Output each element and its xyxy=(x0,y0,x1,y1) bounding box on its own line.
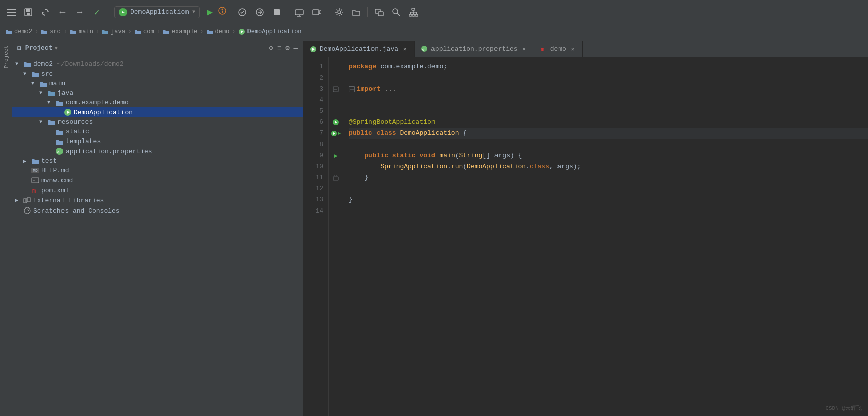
tree-item-application-properties[interactable]: ⚙ application.properties xyxy=(12,146,303,156)
gutter-11 xyxy=(329,172,343,183)
tab-demo-application[interactable]: DemoApplication.java ✕ xyxy=(303,41,415,57)
label-pom-xml: pom.xml xyxy=(41,187,69,194)
code-line-10: SpringApplication . run ( DemoApplicatio… xyxy=(349,161,868,172)
gutter-6[interactable] xyxy=(329,117,343,128)
locate-icon[interactable]: ⊕ xyxy=(269,44,273,52)
breadcrumb-demo[interactable]: demo xyxy=(206,28,230,35)
collapse-icon[interactable]: ≡ xyxy=(277,44,281,52)
run-config-icon xyxy=(119,8,127,16)
code-line-8 xyxy=(349,139,868,150)
maven-icon-pom: m xyxy=(31,186,39,194)
line-num-14: 14 xyxy=(303,205,328,217)
menu-btn[interactable] xyxy=(4,5,18,19)
tab-close-application-properties[interactable]: ✕ xyxy=(521,45,528,52)
tab-label-application-properties: application.properties xyxy=(431,45,518,53)
breadcrumb-java[interactable]: java xyxy=(102,28,126,35)
tree-item-demo-application[interactable]: DemoApplication xyxy=(12,107,303,117)
folder-icon-src xyxy=(31,71,39,78)
tab-close-demo-application[interactable]: ✕ xyxy=(401,46,408,53)
fold-icon-11[interactable] xyxy=(333,175,339,181)
breadcrumb-example[interactable]: example xyxy=(163,28,197,35)
tab-close-demo-pom[interactable]: ✕ xyxy=(569,45,576,52)
folder-icon-com xyxy=(55,99,64,106)
tree-item-demo2[interactable]: demo2 ~/Downloads/demo2 xyxy=(12,59,303,69)
tree-item-scratches[interactable]: Scratches and Consoles xyxy=(12,205,303,216)
code-content[interactable]: package com.example.demo; import ... xyxy=(343,57,868,416)
main-toolbar: ← → ✓ DemoApplication ▼ ▶ xyxy=(0,0,868,24)
stop-btn[interactable] xyxy=(270,5,284,19)
tree-item-help-md[interactable]: MD HELP.md xyxy=(12,166,303,175)
tree-item-templates[interactable]: templates xyxy=(12,136,303,146)
gutter-2 xyxy=(329,73,343,84)
project-title-arrow[interactable]: ▼ xyxy=(54,45,58,51)
project-strip-label[interactable]: Project xyxy=(3,43,9,71)
watermark: CSDN @云辉飞 xyxy=(825,404,862,412)
tab-maven-icon: m xyxy=(540,45,547,52)
breadcrumb-com[interactable]: com xyxy=(134,28,154,35)
run-icon-6[interactable] xyxy=(332,119,339,126)
gutter-4 xyxy=(329,95,343,106)
profiler2-btn[interactable] xyxy=(309,5,324,19)
svg-rect-26 xyxy=(412,8,415,10)
tree-item-pom-xml[interactable]: m pom.xml xyxy=(12,185,303,195)
save-btn[interactable] xyxy=(21,5,35,19)
label-static: static xyxy=(66,128,89,135)
svg-point-24 xyxy=(393,9,398,14)
arrow-main xyxy=(31,81,37,86)
gutter-14 xyxy=(329,205,343,217)
back-btn[interactable]: ← xyxy=(55,5,70,19)
profile-btn[interactable] xyxy=(253,5,267,19)
sep5: › xyxy=(157,28,160,35)
sep3: › xyxy=(96,28,99,35)
tree-item-external-libraries[interactable]: External Libraries xyxy=(12,195,303,205)
minimize-icon[interactable]: — xyxy=(294,44,298,52)
run-arrow-7[interactable]: ▶ xyxy=(338,130,341,136)
run-icon-7a[interactable] xyxy=(331,130,337,137)
svg-rect-61 xyxy=(333,177,338,180)
search-btn[interactable] xyxy=(389,5,403,19)
tree-item-mvnw-cmd[interactable]: ≡ mvnw.cmd xyxy=(12,175,303,185)
settings-btn[interactable] xyxy=(332,5,346,19)
tree-item-test[interactable]: test xyxy=(12,156,303,166)
tab-application-properties[interactable]: ⚙ application.properties ✕ xyxy=(415,41,534,57)
breadcrumb-main[interactable]: main xyxy=(70,28,93,35)
gutter-1 xyxy=(329,61,343,73)
breadcrumb-demo2[interactable]: demo2 xyxy=(5,28,32,35)
fold-inline-3[interactable] xyxy=(349,86,355,92)
sep2: › xyxy=(64,28,67,35)
tab-demo-pom[interactable]: m demo ✕ xyxy=(534,41,583,57)
hierarchy-btn[interactable] xyxy=(406,5,420,19)
tree-item-main[interactable]: main xyxy=(12,79,303,88)
line-num-4: 4 xyxy=(303,95,328,106)
build-btn[interactable]: ✓ xyxy=(90,5,104,19)
settings-icon[interactable]: ⚙ xyxy=(285,44,289,52)
svg-point-49 xyxy=(24,207,30,214)
fold-icon-3[interactable] xyxy=(333,86,339,92)
sync-btn[interactable] xyxy=(38,5,52,19)
breadcrumb-demo-application[interactable]: DemoApplication xyxy=(238,28,302,35)
window-btn[interactable] xyxy=(372,5,386,19)
run-btn-9[interactable]: ▶ xyxy=(334,152,338,160)
code-line-13: } xyxy=(349,194,868,205)
tree-item-resources[interactable]: resources xyxy=(12,117,303,127)
gutter-9[interactable]: ▶ xyxy=(329,150,343,161)
device-btn[interactable] xyxy=(292,5,306,19)
code-line-12 xyxy=(349,183,868,194)
arrow-resources xyxy=(39,119,45,125)
tab-label-demo-application: DemoApplication.java xyxy=(320,45,398,53)
forward-btn[interactable]: → xyxy=(73,5,87,19)
breadcrumb-src[interactable]: src xyxy=(41,28,61,35)
editor-gutter: ▶ ▶ xyxy=(329,57,343,416)
tree-item-static[interactable]: static xyxy=(12,127,303,136)
folder-btn[interactable] xyxy=(349,5,363,19)
arrow-com xyxy=(47,100,53,105)
tree-item-java[interactable]: java xyxy=(12,88,303,98)
line-num-6: 6 xyxy=(303,117,328,128)
tree-item-src[interactable]: src xyxy=(12,69,303,79)
svg-rect-48 xyxy=(27,198,30,202)
coverage-btn[interactable] xyxy=(235,5,250,19)
run-config-selector[interactable]: DemoApplication ▼ xyxy=(114,6,200,18)
run-button[interactable]: ▶ xyxy=(205,6,215,18)
debug-button[interactable] xyxy=(218,6,227,18)
tree-item-com-example-demo[interactable]: com.example.demo xyxy=(12,98,303,107)
